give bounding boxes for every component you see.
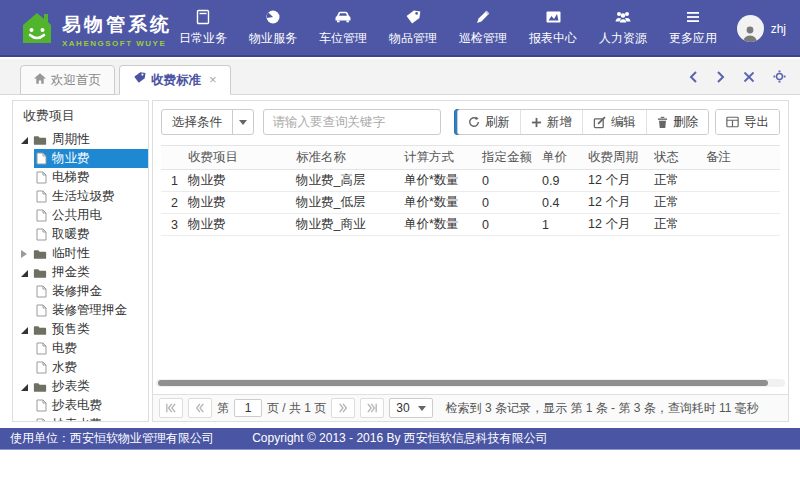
user-name: zhj [771, 22, 786, 36]
nav-item-label: 物品管理 [378, 30, 448, 47]
edit-button-label: 编辑 [611, 114, 636, 131]
chevron-right-icon[interactable] [716, 71, 725, 83]
table-row[interactable]: 1 物业费 物业费_高层 单价*数量 0 0.9 12 个月 正常 [161, 170, 780, 192]
tree-item-water-fee[interactable]: 水费 [13, 358, 148, 377]
tree-label: 周期性 [52, 131, 90, 148]
tree-folder-temporary[interactable]: 临时性 [13, 244, 148, 263]
delete-button[interactable]: 删除 [646, 110, 708, 134]
nav-item-parking[interactable]: 车位管理 [308, 9, 378, 47]
refresh-button[interactable]: 刷新 [458, 110, 520, 134]
menu-icon [658, 9, 728, 26]
tree-folder-meter-reading[interactable]: 抄表类 [13, 377, 148, 396]
nav-item-items[interactable]: 物品管理 [378, 9, 448, 47]
table-row[interactable]: 3 物业费 物业费_商业 单价*数量 0 1 12 个月 正常 [161, 214, 780, 236]
nav-item-reports[interactable]: 报表中心 [518, 9, 588, 47]
cell-unit-price: 1 [542, 218, 588, 232]
close-icon[interactable]: × [209, 66, 217, 94]
scrollbar-thumb[interactable] [158, 380, 768, 386]
nav-item-more-apps[interactable]: 更多应用 [658, 9, 728, 47]
folder-icon [33, 267, 47, 279]
export-button[interactable]: 导出 [716, 110, 779, 134]
tree-label: 抄表水费 [52, 416, 102, 422]
refresh-icon [468, 116, 480, 128]
caret-collapsed-icon[interactable] [20, 250, 28, 258]
col-header: 计算方式 [404, 149, 482, 166]
app-title: 易物管系统 [62, 12, 172, 38]
nav-item-daily[interactable]: 日常业务 [168, 9, 238, 47]
first-page-button[interactable] [159, 398, 183, 418]
tree-folder-deposit[interactable]: 押金类 [13, 263, 148, 282]
tree-item-meter-water[interactable]: 抄表水费 [13, 415, 148, 422]
trash-icon [657, 116, 668, 129]
chevron-down-icon[interactable] [232, 110, 253, 134]
chart-icon [518, 9, 588, 26]
file-icon [36, 399, 47, 412]
tag-icon [133, 66, 146, 94]
search-input[interactable] [263, 109, 441, 135]
nav-item-inspection[interactable]: 巡检管理 [448, 9, 518, 47]
tree-item-heating-fee[interactable]: 取暖费 [13, 225, 148, 244]
horizontal-scrollbar[interactable] [156, 379, 785, 387]
page-suffix-label: 页 / 共 1 页 [267, 400, 326, 417]
user-menu[interactable]: zhj [737, 15, 786, 42]
nav-item-label: 更多应用 [658, 30, 728, 47]
fee-items-panel: 收费项目 周期性 物业费 电梯费 生活垃圾费 公共用电 取暖费 [12, 100, 149, 422]
page-size-select[interactable]: 30 [389, 398, 432, 418]
filter-dropdown[interactable]: 选择条件 [161, 109, 254, 135]
action-buttons: 刷新 新增 编辑 [457, 109, 780, 135]
caret-expanded-icon[interactable] [20, 383, 28, 391]
cell-standard-name: 物业费_高层 [296, 172, 404, 189]
add-button[interactable]: 新增 [520, 110, 582, 134]
tree-item-meter-electricity[interactable]: 抄表电费 [13, 396, 148, 415]
add-button-label: 新增 [547, 114, 572, 131]
app-header: 易物管系统 XAHENGSOFT WUYE 日常业务 [0, 0, 800, 57]
gear-icon[interactable] [773, 70, 786, 83]
nav-item-hr[interactable]: 人力资源 [588, 9, 658, 47]
cell-unit-price: 0.9 [542, 174, 588, 188]
main-nav: 日常业务 物业服务 [168, 9, 728, 47]
edit-button[interactable]: 编辑 [582, 110, 646, 134]
caret-expanded-icon[interactable] [20, 269, 28, 277]
tab-fee-standard[interactable]: 收费标准 × [119, 65, 231, 95]
chevron-left-icon[interactable] [689, 71, 698, 83]
tree-item-garbage-fee[interactable]: 生活垃圾费 [13, 187, 148, 206]
col-header: 指定金额 [482, 149, 542, 166]
file-icon [36, 152, 47, 165]
tree-item-public-electricity[interactable]: 公共用电 [13, 206, 148, 225]
tab-welcome[interactable]: 欢迎首页 [20, 65, 115, 95]
prev-page-button[interactable] [188, 398, 212, 418]
tree-label: 装修管理押金 [52, 302, 127, 319]
tab-label: 收费标准 [151, 66, 201, 94]
chevron-down-icon [418, 406, 426, 411]
tree-item-electricity-fee[interactable]: 电费 [13, 339, 148, 358]
tree-item-elevator-fee[interactable]: 电梯费 [13, 168, 148, 187]
tree-label: 电梯费 [52, 169, 90, 186]
last-page-button[interactable] [360, 398, 384, 418]
tree-folder-periodic[interactable]: 周期性 [13, 130, 148, 149]
nav-item-property-service[interactable]: 物业服务 [238, 9, 308, 47]
tree-item-decoration-deposit[interactable]: 装修押金 [13, 282, 148, 301]
caret-expanded-icon[interactable] [20, 136, 28, 144]
tree-item-property-fee[interactable]: 物业费 [13, 149, 148, 168]
folder-icon [33, 324, 47, 336]
cell-calc-method: 单价*数量 [404, 194, 482, 211]
page-number-input[interactable] [234, 399, 262, 417]
export-table-icon [726, 116, 739, 128]
page-prefix-label: 第 [217, 400, 229, 417]
cell-fee-item: 物业费 [188, 216, 296, 233]
tree-label: 生活垃圾费 [52, 188, 115, 205]
tree-folder-presale[interactable]: 预售类 [13, 320, 148, 339]
col-header: 备注 [706, 149, 780, 166]
next-page-button[interactable] [331, 398, 355, 418]
caret-expanded-icon[interactable] [20, 326, 28, 334]
tree-label: 水费 [52, 359, 77, 376]
app-footer: 使用单位：西安恒软物业管理有限公司 Copyright © 2013 - 201… [0, 428, 800, 450]
fullscreen-icon[interactable] [743, 71, 755, 83]
table-row[interactable]: 2 物业费 物业费_低层 单价*数量 0 0.4 12 个月 正常 [161, 192, 780, 214]
tree-label: 装修押金 [52, 283, 102, 300]
export-button-label: 导出 [744, 114, 769, 131]
calculator-icon [168, 9, 238, 26]
cell-period: 12 个月 [588, 216, 654, 233]
tree-item-decoration-mgmt-deposit[interactable]: 装修管理押金 [13, 301, 148, 320]
cell-fee-item: 物业费 [188, 194, 296, 211]
